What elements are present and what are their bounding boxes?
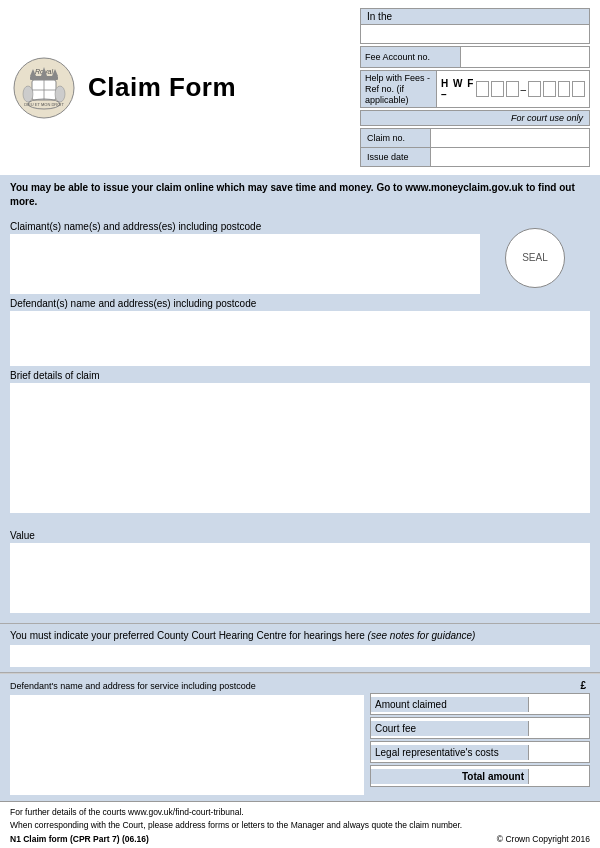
legal-costs-row: Legal representative's costs	[370, 741, 590, 763]
issue-date-row: Issue date	[361, 148, 589, 166]
hwf-box-6[interactable]	[558, 81, 571, 97]
issue-date-label: Issue date	[361, 148, 431, 166]
claimant-section: Claimant(s) name(s) and address(es) incl…	[10, 221, 590, 294]
claimant-label: Claimant(s) name(s) and address(es) incl…	[10, 221, 480, 232]
value-input-area[interactable]	[10, 543, 590, 613]
bottom-section: Defendant's name and address for service…	[0, 673, 600, 801]
header-right: In the Fee Account no. Help with Fees - …	[360, 8, 590, 167]
footer-bottom: N1 Claim form (CPR Part 7) (06.16) © Cro…	[10, 833, 590, 846]
amounts-box: £ Amount claimed Court fee Legal represe…	[370, 680, 590, 795]
defendant-address-label: Defendant's name and address for service…	[10, 680, 364, 693]
copyright: © Crown Copyright 2016	[497, 833, 590, 846]
legal-costs-value[interactable]	[529, 742, 589, 762]
hwf-box-1[interactable]	[476, 81, 489, 97]
total-value[interactable]	[529, 766, 589, 786]
total-label: Total amount	[371, 769, 529, 784]
footer-line2: When corresponding with the Court, pleas…	[10, 819, 590, 832]
svg-point-9	[23, 86, 33, 102]
in-the-box: In the	[360, 8, 590, 44]
total-row: Total amount	[370, 765, 590, 787]
in-the-label: In the	[361, 9, 589, 25]
currency-header: £	[370, 680, 590, 691]
for-court-label: For court use only	[360, 110, 590, 126]
defendant-address-box[interactable]	[10, 695, 364, 795]
claim-no-value[interactable]	[431, 129, 589, 147]
county-court-text-after: (see notes for guidance)	[368, 630, 476, 641]
county-court-bar: You must indicate your preferred County …	[0, 623, 600, 673]
issue-date-value[interactable]	[431, 148, 589, 166]
main-content: Claimant(s) name(s) and address(es) incl…	[0, 215, 600, 623]
info-bar: You may be able to issue your claim onli…	[0, 175, 600, 215]
form-ref: N1 Claim form (CPR Part 7) (06.16)	[10, 833, 149, 846]
court-fee-label: Court fee	[371, 721, 529, 736]
footer: For further details of the courts www.go…	[0, 801, 600, 848]
hwf-label: Help with Fees - Ref no. (if applicable)	[361, 71, 437, 107]
court-fee-value[interactable]	[529, 718, 589, 738]
value-label: Value	[10, 530, 590, 541]
value-section: Value	[10, 530, 590, 613]
brief-details-input-area[interactable]	[10, 383, 590, 513]
seal-circle: SEAL	[505, 228, 565, 288]
coat-of-arms-icon: Royal DIEU ET MON DROIT	[10, 54, 78, 122]
svg-rect-2	[30, 76, 58, 80]
amount-claimed-label: Amount claimed	[371, 697, 529, 712]
hwf-prefix: H W F –	[441, 78, 474, 100]
fee-account-input[interactable]	[461, 47, 589, 67]
amount-claimed-row: Amount claimed	[370, 693, 590, 715]
hwf-box-3[interactable]	[506, 81, 519, 97]
svg-text:DIEU ET MON DROIT: DIEU ET MON DROIT	[24, 102, 64, 107]
header: Royal DIEU ET MON DROIT Claim Form	[0, 0, 600, 171]
hwf-box-4[interactable]	[528, 81, 541, 97]
claimant-right: SEAL	[480, 221, 590, 294]
brief-details-label: Brief details of claim	[10, 370, 590, 381]
hwf-box-5[interactable]	[543, 81, 556, 97]
in-the-content	[361, 25, 589, 43]
hwf-row: Help with Fees - Ref no. (if applicable)…	[360, 70, 590, 108]
hwf-dash: –	[521, 84, 527, 95]
brief-details-section: Brief details of claim	[10, 370, 590, 526]
claimant-left: Claimant(s) name(s) and address(es) incl…	[10, 221, 480, 294]
fee-account-row: Fee Account no.	[360, 46, 590, 68]
claim-no-row: Claim no.	[361, 129, 589, 148]
page: Royal DIEU ET MON DROIT Claim Form	[0, 0, 600, 848]
footer-line1: For further details of the courts www.go…	[10, 806, 590, 819]
form-title: Claim Form	[88, 72, 236, 103]
claim-no-label: Claim no.	[361, 129, 431, 147]
hwf-box-2[interactable]	[491, 81, 504, 97]
amount-claimed-value[interactable]	[529, 694, 589, 714]
legal-costs-label: Legal representative's costs	[371, 745, 529, 760]
county-court-text-before: You must indicate your preferred County …	[10, 630, 365, 641]
hwf-box-7[interactable]	[572, 81, 585, 97]
hwf-fields: H W F – –	[437, 76, 589, 102]
claimant-input-area[interactable]	[10, 234, 480, 294]
defendant-address-container: Defendant's name and address for service…	[10, 680, 364, 795]
svg-point-10	[55, 86, 65, 102]
defendant-section: Defendant(s) name and address(es) includ…	[10, 298, 590, 366]
defendant-input-area[interactable]	[10, 311, 590, 366]
defendant-label: Defendant(s) name and address(es) includ…	[10, 298, 590, 309]
header-left: Royal DIEU ET MON DROIT Claim Form	[10, 8, 360, 167]
claim-issue-table: Claim no. Issue date	[360, 128, 590, 167]
seal-text: SEAL	[522, 252, 548, 263]
fee-account-label: Fee Account no.	[361, 47, 461, 67]
court-fee-row: Court fee	[370, 717, 590, 739]
county-court-input[interactable]	[10, 645, 590, 667]
